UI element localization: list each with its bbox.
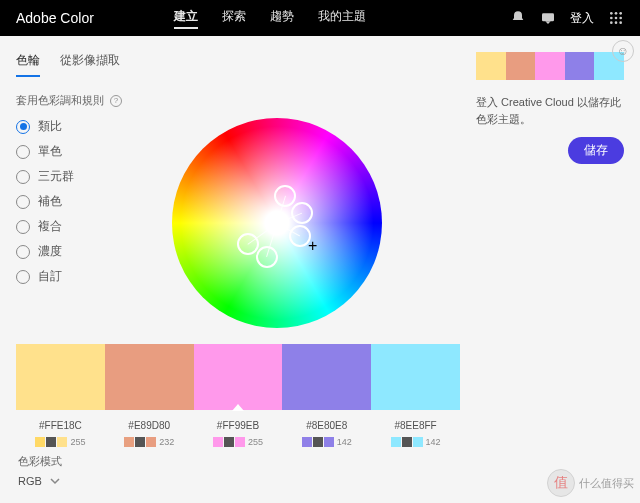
channel-chips[interactable]: 142 — [302, 437, 352, 447]
tab-extract[interactable]: 從影像擷取 — [60, 52, 120, 77]
bell-icon[interactable] — [510, 10, 526, 26]
chevron-down-icon — [50, 476, 60, 486]
radio-icon — [16, 120, 30, 134]
wheel-handle-3[interactable] — [256, 246, 278, 268]
svg-point-5 — [615, 17, 618, 20]
radio-icon — [16, 195, 30, 209]
active-marker — [232, 404, 244, 411]
svg-point-4 — [610, 17, 613, 20]
wheel-handle-0[interactable] — [274, 185, 296, 207]
channel-chips[interactable]: 255 — [35, 437, 85, 447]
svg-point-9 — [619, 21, 622, 24]
wheel-handle-4[interactable] — [237, 233, 259, 255]
nav-trends[interactable]: 趨勢 — [270, 8, 294, 29]
swatch-2[interactable] — [194, 344, 283, 410]
watermark-icon: 值 — [547, 469, 575, 497]
feedback-icon[interactable]: ☺ — [612, 40, 634, 62]
help-icon[interactable]: ? — [110, 95, 122, 107]
header-right: 登入 — [510, 10, 624, 27]
main-nav: 建立 探索 趨勢 我的主題 — [174, 8, 366, 29]
rule-3[interactable]: 補色 — [16, 193, 74, 210]
hex-value[interactable]: #FFE18C — [39, 420, 82, 431]
swatch-row — [16, 344, 460, 410]
hex-value[interactable]: #8E80E8 — [306, 420, 347, 431]
color-wheel[interactable]: + — [172, 118, 382, 328]
nav-explore[interactable]: 探索 — [222, 8, 246, 29]
swatch-1[interactable] — [105, 344, 194, 410]
nav-mythemes[interactable]: 我的主題 — [318, 8, 366, 29]
rule-1[interactable]: 單色 — [16, 143, 74, 160]
rule-6[interactable]: 自訂 — [16, 268, 74, 285]
hex-value[interactable]: #E89D80 — [128, 420, 170, 431]
channel-chips[interactable]: 142 — [391, 437, 441, 447]
detail-4: #8EE8FF142 — [371, 420, 460, 447]
svg-point-3 — [619, 12, 622, 15]
detail-1: #E89D80232 — [105, 420, 194, 447]
channel-chips[interactable]: 232 — [124, 437, 174, 447]
hex-value[interactable]: #8EE8FF — [394, 420, 436, 431]
tab-wheel[interactable]: 色輪 — [16, 52, 40, 77]
swatch-3[interactable] — [282, 344, 371, 410]
svg-point-6 — [619, 17, 622, 20]
svg-point-8 — [615, 21, 618, 24]
channel-chips[interactable]: 255 — [213, 437, 263, 447]
watermark: 值 什么值得买 — [547, 469, 634, 497]
radio-icon — [16, 220, 30, 234]
detail-row: #FFE18C255#E89D80232#FF99EB255#8E80E8142… — [16, 420, 460, 447]
mode-select[interactable]: RGB — [18, 475, 62, 487]
rules-label: 套用色彩調和規則 ? — [16, 93, 460, 108]
detail-2: #FF99EB255 — [194, 420, 283, 447]
wheel-cursor[interactable]: + — [308, 237, 317, 255]
radio-icon — [16, 145, 30, 159]
apps-icon[interactable] — [608, 10, 624, 26]
color-mode: 色彩模式 RGB — [18, 454, 62, 487]
rule-2[interactable]: 三元群 — [16, 168, 74, 185]
detail-0: #FFE18C255 — [16, 420, 105, 447]
rule-0[interactable]: 類比 — [16, 118, 74, 135]
svg-point-7 — [610, 21, 613, 24]
swatch-0[interactable] — [16, 344, 105, 410]
radio-icon — [16, 170, 30, 184]
detail-3: #8E80E8142 — [282, 420, 371, 447]
app-header: Adobe Color 建立 探索 趨勢 我的主題 登入 — [0, 0, 640, 36]
signin-link[interactable]: 登入 — [570, 10, 594, 27]
save-button[interactable]: 儲存 — [568, 137, 624, 164]
radio-icon — [16, 270, 30, 284]
svg-rect-0 — [542, 13, 554, 21]
swatch-4[interactable] — [371, 344, 460, 410]
hex-value[interactable]: #FF99EB — [217, 420, 259, 431]
svg-point-1 — [610, 12, 613, 15]
harmony-rules: 類比單色三元群補色複合濃度自訂 — [16, 118, 74, 328]
mode-tabs: 色輪 從影像擷取 — [16, 52, 460, 77]
logo: Adobe Color — [16, 10, 94, 26]
signin-message: 登入 Creative Cloud 以儲存此色彩主題。 — [476, 94, 624, 127]
svg-point-2 — [615, 12, 618, 15]
wheel-handle-1[interactable] — [291, 202, 313, 224]
rule-4[interactable]: 複合 — [16, 218, 74, 235]
radio-icon — [16, 245, 30, 259]
rule-5[interactable]: 濃度 — [16, 243, 74, 260]
chat-icon[interactable] — [540, 10, 556, 26]
nav-create[interactable]: 建立 — [174, 8, 198, 29]
theme-preview — [476, 52, 624, 80]
